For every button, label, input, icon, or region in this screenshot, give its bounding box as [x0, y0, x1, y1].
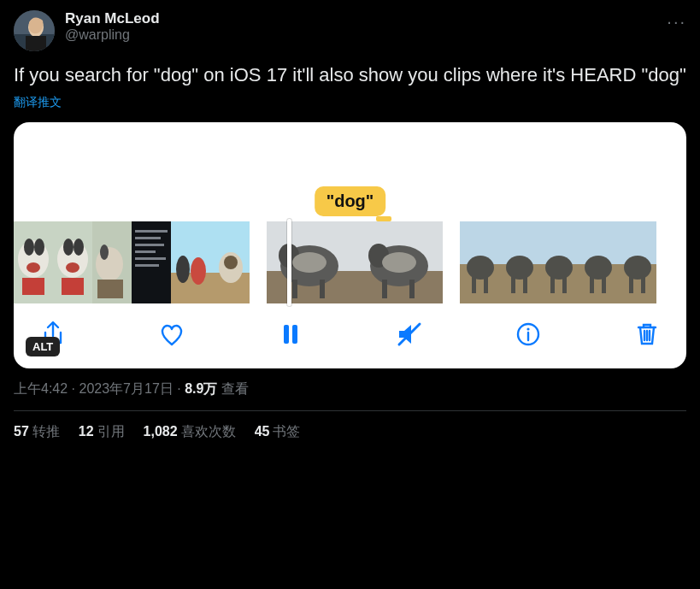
- svg-rect-72: [629, 276, 633, 293]
- meta-views-count[interactable]: 8.9万: [185, 381, 217, 396]
- svg-rect-74: [284, 325, 289, 344]
- svg-rect-75: [292, 325, 297, 344]
- heart-icon[interactable]: [156, 319, 187, 350]
- svg-rect-68: [602, 276, 606, 293]
- pause-icon[interactable]: [275, 319, 306, 350]
- svg-rect-3: [26, 36, 46, 51]
- svg-point-7: [34, 239, 44, 256]
- info-icon[interactable]: [513, 319, 544, 350]
- svg-rect-73: [641, 276, 645, 293]
- stats-row: 57转推 12引用 1,082喜欢次数 45书签: [14, 423, 686, 441]
- clip[interactable]: [460, 221, 656, 303]
- media-card[interactable]: "dog": [14, 122, 686, 368]
- svg-rect-25: [135, 257, 166, 260]
- svg-rect-9: [22, 278, 44, 295]
- svg-rect-52: [472, 276, 476, 293]
- divider: [14, 410, 686, 411]
- svg-point-8: [26, 262, 40, 273]
- clip-frame: [578, 221, 617, 303]
- svg-rect-40: [320, 280, 325, 298]
- tweet-header: Ryan McLeod @warpling: [14, 10, 686, 51]
- search-bubble: "dog": [315, 186, 386, 216]
- svg-rect-58: [523, 276, 527, 293]
- tweet-text: If you search for "dog" on iOS 17 it'll …: [14, 63, 686, 88]
- clip-frame: [617, 221, 656, 303]
- clip-frame: [53, 221, 92, 303]
- tweet: ··· Ryan McLeod @warpling If you search …: [0, 0, 700, 451]
- svg-point-71: [624, 256, 651, 280]
- meta-views-label: 查看: [217, 381, 248, 396]
- stat-quotes[interactable]: 12引用: [79, 423, 125, 441]
- handle[interactable]: @warpling: [65, 27, 160, 43]
- stat-bookmarks[interactable]: 45书签: [255, 423, 301, 441]
- clip-frame: [538, 221, 578, 303]
- svg-point-61: [545, 256, 573, 280]
- stat-retweets[interactable]: 57转推: [14, 423, 60, 441]
- alt-badge[interactable]: ALT: [26, 337, 60, 356]
- svg-rect-62: [550, 276, 555, 293]
- trash-icon[interactable]: [632, 319, 662, 350]
- svg-point-17: [96, 247, 123, 281]
- svg-point-66: [585, 256, 612, 280]
- clip-frame: [210, 221, 250, 303]
- svg-rect-20: [132, 221, 171, 303]
- svg-point-18: [100, 244, 109, 260]
- media-toolbar: [14, 303, 686, 368]
- more-button[interactable]: ···: [667, 12, 686, 32]
- svg-rect-67: [590, 276, 594, 293]
- svg-rect-46: [382, 280, 387, 298]
- svg-point-12: [63, 239, 74, 256]
- clip-frame: [14, 221, 53, 303]
- svg-point-13: [74, 239, 84, 256]
- svg-rect-26: [135, 264, 159, 267]
- clip[interactable]: [14, 221, 250, 303]
- svg-point-6: [24, 239, 34, 256]
- svg-rect-19: [97, 280, 123, 298]
- stat-likes[interactable]: 1,082喜欢次数: [144, 423, 236, 441]
- meta-date[interactable]: 2023年7月17日: [79, 381, 173, 396]
- svg-rect-15: [62, 278, 84, 295]
- svg-rect-47: [409, 280, 415, 298]
- display-name[interactable]: Ryan McLeod: [65, 10, 160, 27]
- svg-point-51: [467, 256, 494, 280]
- clip-frame: [132, 221, 171, 303]
- playhead[interactable]: [287, 219, 291, 306]
- tweet-meta: 上午4:42 · 2023年7月17日 · 8.9万 查看: [14, 380, 686, 398]
- svg-point-14: [66, 262, 79, 273]
- svg-point-29: [176, 256, 190, 283]
- svg-rect-22: [135, 237, 161, 239]
- clip-strip[interactable]: [14, 221, 686, 303]
- clip-frame: [171, 221, 210, 303]
- svg-rect-53: [484, 276, 488, 293]
- clip-frame: [355, 221, 443, 303]
- svg-point-30: [191, 257, 206, 285]
- meta-time[interactable]: 上午4:42: [14, 381, 68, 396]
- mute-icon[interactable]: [394, 319, 425, 350]
- svg-point-48: [382, 252, 416, 273]
- svg-rect-39: [292, 280, 297, 298]
- translate-link[interactable]: 翻译推文: [14, 95, 686, 110]
- svg-rect-24: [135, 250, 156, 253]
- avatar[interactable]: [14, 10, 55, 51]
- user-block: Ryan McLeod @warpling: [65, 10, 160, 43]
- svg-rect-57: [511, 276, 515, 293]
- svg-point-78: [526, 327, 529, 330]
- svg-point-56: [506, 256, 533, 280]
- svg-rect-21: [135, 230, 168, 233]
- clip-frame: [92, 221, 132, 303]
- clip-frame: [267, 221, 355, 303]
- svg-rect-23: [135, 244, 164, 246]
- svg-point-34: [224, 256, 238, 269]
- media-top: "dog": [14, 122, 686, 221]
- clip-frame: [460, 221, 499, 303]
- svg-rect-63: [562, 276, 567, 293]
- clip-frame: [499, 221, 538, 303]
- svg-point-41: [292, 252, 326, 273]
- clip-active[interactable]: [267, 221, 443, 303]
